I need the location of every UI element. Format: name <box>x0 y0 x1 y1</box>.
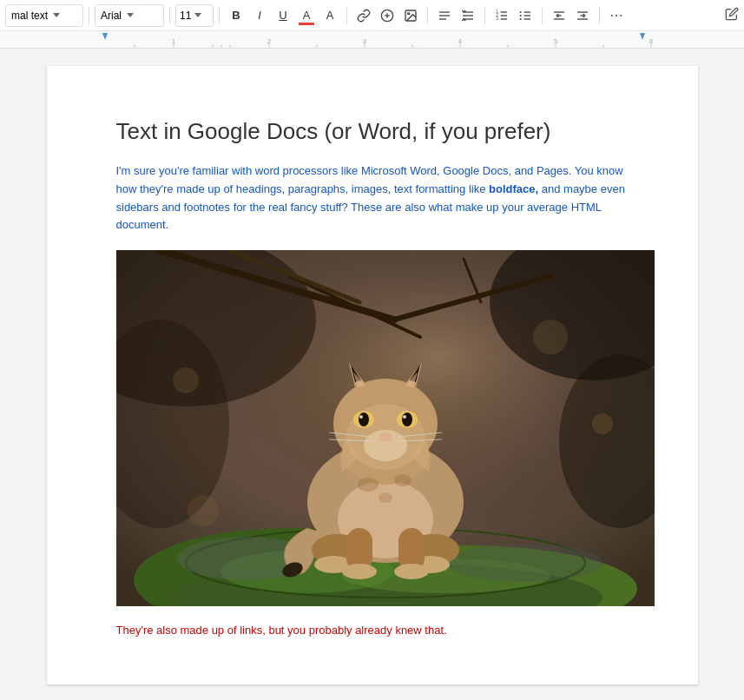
svg-point-108 <box>592 413 613 434</box>
text-format-group: B I U A A <box>225 4 341 27</box>
size-chevron-icon <box>194 13 201 17</box>
separator-3 <box>219 7 220 24</box>
style-chevron-icon <box>53 13 60 17</box>
insert-button[interactable] <box>376 4 398 27</box>
list-group: 1.2.3. <box>491 4 537 27</box>
separator-1 <box>89 7 89 24</box>
svg-point-96 <box>403 415 406 419</box>
image-button[interactable] <box>399 4 422 27</box>
separator-6 <box>484 7 485 24</box>
svg-point-95 <box>402 413 412 426</box>
svg-point-102 <box>364 430 407 461</box>
separator-4 <box>346 7 347 24</box>
image-container[interactable] <box>116 250 629 606</box>
svg-point-22 <box>520 18 522 20</box>
ruler-svg: 1 2 3 4 5 6 <box>0 31 744 49</box>
line-spacing-button[interactable] <box>457 4 479 27</box>
svg-point-80 <box>342 564 377 579</box>
lynx-scene-svg <box>116 250 655 606</box>
separator-5 <box>427 7 428 24</box>
svg-text:3.: 3. <box>496 17 499 21</box>
paragraph-2[interactable]: They're also made up of links, but you p… <box>116 622 629 640</box>
toolbar: mal text Arial 11 B I U A A <box>0 0 744 31</box>
svg-point-103 <box>358 478 379 492</box>
bold-text: boldface, <box>489 182 538 195</box>
svg-point-109 <box>188 495 219 526</box>
edit-mode-button[interactable] <box>725 7 739 24</box>
document-page: Text in Google Docs (or Word, if you pre… <box>47 66 698 684</box>
more-options-button[interactable]: ⋯ <box>605 4 628 27</box>
italic-button[interactable]: I <box>248 4 271 27</box>
font-label: Arial <box>101 10 122 22</box>
svg-point-92 <box>359 413 369 426</box>
style-label: mal text <box>11 10 48 22</box>
svg-point-81 <box>394 564 429 579</box>
align-button[interactable] <box>433 4 456 27</box>
insert-group <box>352 4 422 27</box>
font-chevron-icon <box>127 13 134 17</box>
svg-point-4 <box>408 12 410 14</box>
ruler: 1 2 3 4 5 6 <box>0 31 744 49</box>
color-underline-indicator <box>299 23 314 25</box>
paragraph-1[interactable]: I'm sure you're familiar with word proce… <box>116 162 629 234</box>
style-dropdown[interactable]: mal text <box>5 4 83 27</box>
size-dropdown[interactable]: 11 <box>175 4 214 27</box>
separator-7 <box>542 7 543 24</box>
svg-point-70 <box>446 544 602 582</box>
font-color-label: A <box>303 9 311 22</box>
font-dropdown[interactable]: Arial <box>95 4 164 27</box>
font-color-button[interactable]: A <box>295 4 318 27</box>
svg-point-105 <box>379 492 392 503</box>
decrease-indent-button[interactable] <box>548 4 570 27</box>
separator-2 <box>169 7 170 24</box>
indent-group <box>548 4 594 27</box>
svg-point-93 <box>359 415 363 419</box>
link-button[interactable] <box>352 4 375 27</box>
separator-8 <box>599 7 600 24</box>
align-group <box>433 4 479 27</box>
svg-point-106 <box>173 367 199 393</box>
increase-indent-button[interactable] <box>571 4 594 27</box>
html-link-text: HTML <box>571 201 602 214</box>
bullet-list-button[interactable] <box>514 4 537 27</box>
svg-point-20 <box>520 11 522 13</box>
svg-point-104 <box>394 474 412 486</box>
document-title[interactable]: Text in Google Docs (or Word, if you pre… <box>116 118 629 145</box>
lynx-image <box>116 250 655 606</box>
bold-button[interactable]: B <box>225 4 247 27</box>
svg-point-21 <box>520 15 522 17</box>
numbered-list-button[interactable]: 1.2.3. <box>491 4 513 27</box>
svg-point-107 <box>533 320 568 354</box>
more-icon: ⋯ <box>609 7 623 23</box>
svg-rect-29 <box>0 31 744 49</box>
document-area[interactable]: Text in Google Docs (or Word, if you pre… <box>0 49 744 700</box>
size-label: 11 <box>180 10 191 22</box>
underline-button[interactable]: U <box>272 4 294 27</box>
highlight-button[interactable]: A <box>319 4 341 27</box>
